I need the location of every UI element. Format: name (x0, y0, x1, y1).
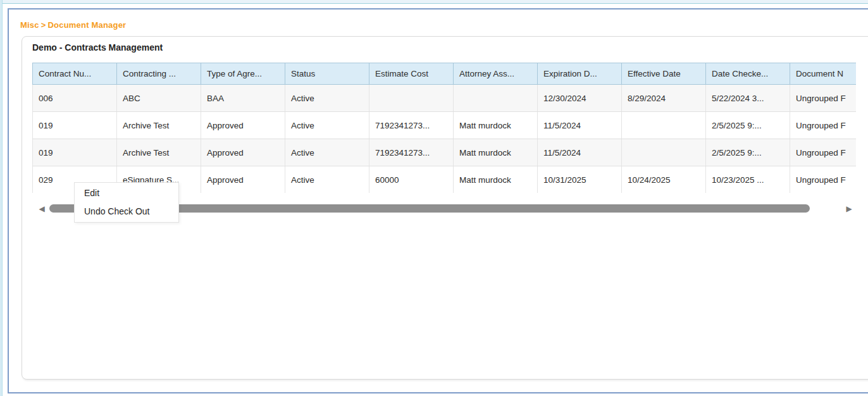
column-header[interactable]: Contracting ... (117, 63, 201, 85)
table-cell: ABC (117, 85, 201, 112)
column-header[interactable]: Expiration D... (538, 63, 622, 85)
page-top-strip (0, 0, 868, 4)
breadcrumb-current[interactable]: Document Manager (48, 20, 127, 30)
scroll-right-icon[interactable]: ▶ (845, 204, 853, 214)
column-header[interactable]: Document N (790, 63, 857, 85)
contracts-table-viewport: Contract Nu...Contracting ...Type of Agr… (32, 63, 856, 193)
table-cell: 10/24/2025 (622, 166, 706, 194)
table-cell (622, 139, 706, 166)
table-cell: Matt murdock (454, 112, 538, 139)
table-cell: 11/5/2024 (538, 139, 622, 166)
column-header[interactable]: Status (285, 63, 369, 85)
table-cell: 11/5/2024 (538, 112, 622, 139)
table-cell: BAA (201, 85, 285, 112)
table-cell: 2/5/2025 9:... (706, 139, 790, 166)
table-row[interactable]: 019Archive TestApprovedActive7192341273.… (33, 139, 857, 166)
column-header[interactable]: Contract Nu... (33, 63, 117, 85)
table-header-row: Contract Nu...Contracting ...Type of Agr… (33, 63, 857, 85)
table-cell: 7192341273... (369, 139, 454, 166)
table-cell: Active (285, 166, 369, 194)
table-cell: 019 (33, 139, 117, 166)
table-cell: Matt murdock (454, 139, 538, 166)
table-cell: Ungrouped F (790, 85, 857, 112)
table-cell: 5/22/2024 3... (706, 85, 790, 112)
column-header[interactable]: Type of Agre... (201, 63, 285, 85)
table-cell: Ungrouped F (790, 139, 857, 166)
table-cell: Active (285, 139, 369, 166)
table-cell: 006 (33, 85, 117, 112)
table-cell: Archive Test (117, 139, 201, 166)
column-header[interactable]: Effective Date (622, 63, 706, 85)
table-cell: Ungrouped F (790, 112, 857, 139)
context-menu-item[interactable]: Undo Check Out (75, 202, 178, 221)
table-cell: Approved (201, 166, 285, 194)
column-header[interactable]: Date Checke... (706, 63, 790, 85)
table-cell: Approved (201, 139, 285, 166)
table-cell: Approved (201, 112, 285, 139)
table-cell: 8/29/2024 (622, 85, 706, 112)
column-header[interactable]: Attorney Ass... (454, 63, 538, 85)
table-cell (622, 112, 706, 139)
table-cell: Matt murdock (454, 166, 538, 194)
scroll-left-icon[interactable]: ◀ (37, 204, 46, 214)
breadcrumb: Misc>Document Manager (20, 20, 128, 30)
table-cell: Archive Test (117, 112, 201, 139)
table-cell: 10/31/2025 (538, 166, 622, 194)
table-cell: 7192341273... (369, 112, 454, 139)
table-cell (369, 85, 454, 112)
table-cell: Active (285, 85, 369, 112)
table-cell: 019 (33, 112, 117, 139)
breadcrumb-misc-link[interactable]: Misc (20, 20, 39, 30)
context-menu: EditUndo Check Out (74, 182, 179, 223)
table-cell (454, 85, 538, 112)
page-left-strip (0, 0, 3, 396)
contracts-table: Contract Nu...Contracting ...Type of Agr… (32, 63, 856, 193)
table-cell: Ungrouped F (790, 166, 857, 194)
context-menu-item[interactable]: Edit (75, 184, 178, 202)
table-body: 006ABCBAAActive12/30/20248/29/20245/22/2… (33, 85, 857, 194)
table-cell: 60000 (369, 166, 454, 194)
table-cell: 2/5/2025 9:... (706, 112, 790, 139)
page-title: Demo - Contracts Management (32, 42, 163, 53)
table-row[interactable]: 006ABCBAAActive12/30/20248/29/20245/22/2… (33, 85, 857, 112)
table-cell: Active (285, 112, 369, 139)
table-cell: 10/23/2025 ... (706, 166, 790, 194)
table-cell: 12/30/2024 (538, 85, 622, 112)
breadcrumb-separator: > (41, 20, 46, 30)
column-header[interactable]: Estimate Cost (369, 63, 454, 85)
table-row[interactable]: 019Archive TestApprovedActive7192341273.… (33, 112, 857, 139)
